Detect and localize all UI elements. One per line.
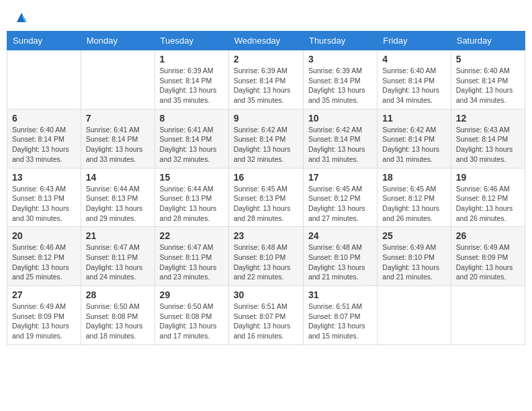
calendar-cell: 6Sunrise: 6:40 AM Sunset: 8:14 PM Daylig… — [7, 109, 81, 168]
calendar-cell — [81, 50, 154, 109]
day-number: 17 — [308, 172, 372, 183]
day-info: Sunrise: 6:49 AM Sunset: 8:10 PM Dayligh… — [382, 242, 445, 282]
day-number: 13 — [12, 172, 76, 183]
day-number: 20 — [12, 230, 76, 241]
day-number: 15 — [160, 172, 224, 183]
day-number: 5 — [456, 54, 520, 64]
day-number: 21 — [86, 230, 150, 241]
calendar-cell: 29Sunrise: 6:50 AM Sunset: 8:08 PM Dayli… — [154, 286, 228, 345]
calendar-cell: 16Sunrise: 6:45 AM Sunset: 8:13 PM Dayli… — [228, 168, 303, 227]
page-header — [7, 7, 525, 26]
calendar-cell: 5Sunrise: 6:40 AM Sunset: 8:14 PM Daylig… — [451, 50, 525, 109]
day-info: Sunrise: 6:50 AM Sunset: 8:08 PM Dayligh… — [160, 302, 224, 341]
calendar-cell: 3Sunrise: 6:39 AM Sunset: 8:14 PM Daylig… — [303, 50, 377, 109]
day-number: 8 — [160, 113, 224, 124]
calendar-cell: 27Sunrise: 6:49 AM Sunset: 8:09 PM Dayli… — [7, 286, 81, 345]
week-row-2: 6Sunrise: 6:40 AM Sunset: 8:14 PM Daylig… — [7, 109, 525, 168]
day-info: Sunrise: 6:39 AM Sunset: 8:14 PM Dayligh… — [160, 66, 224, 105]
day-info: Sunrise: 6:40 AM Sunset: 8:14 PM Dayligh… — [12, 125, 76, 165]
calendar-cell: 31Sunrise: 6:51 AM Sunset: 8:07 PM Dayli… — [303, 286, 377, 345]
calendar-cell: 11Sunrise: 6:42 AM Sunset: 8:14 PM Dayli… — [378, 109, 451, 168]
calendar-cell: 10Sunrise: 6:42 AM Sunset: 8:14 PM Dayli… — [303, 109, 377, 168]
day-header-tuesday: Tuesday — [154, 32, 228, 50]
week-row-3: 13Sunrise: 6:43 AM Sunset: 8:13 PM Dayli… — [7, 168, 525, 227]
logo-icon — [14, 10, 29, 25]
day-info: Sunrise: 6:42 AM Sunset: 8:14 PM Dayligh… — [382, 125, 445, 165]
day-number: 6 — [12, 113, 76, 124]
day-number: 1 — [160, 54, 224, 64]
day-number: 31 — [308, 289, 372, 300]
calendar-cell: 26Sunrise: 6:49 AM Sunset: 8:09 PM Dayli… — [451, 227, 525, 286]
calendar-cell: 22Sunrise: 6:47 AM Sunset: 8:11 PM Dayli… — [154, 227, 228, 286]
week-row-1: 1Sunrise: 6:39 AM Sunset: 8:14 PM Daylig… — [7, 50, 525, 109]
day-info: Sunrise: 6:48 AM Sunset: 8:10 PM Dayligh… — [234, 242, 298, 282]
calendar-cell — [378, 286, 451, 345]
calendar-cell: 23Sunrise: 6:48 AM Sunset: 8:10 PM Dayli… — [228, 227, 303, 286]
day-info: Sunrise: 6:51 AM Sunset: 8:07 PM Dayligh… — [308, 302, 372, 341]
day-header-thursday: Thursday — [303, 32, 377, 50]
day-info: Sunrise: 6:42 AM Sunset: 8:14 PM Dayligh… — [308, 125, 372, 165]
day-info: Sunrise: 6:41 AM Sunset: 8:14 PM Dayligh… — [160, 125, 224, 165]
calendar-cell: 20Sunrise: 6:46 AM Sunset: 8:12 PM Dayli… — [7, 227, 81, 286]
day-info: Sunrise: 6:46 AM Sunset: 8:12 PM Dayligh… — [12, 242, 76, 282]
day-info: Sunrise: 6:49 AM Sunset: 8:09 PM Dayligh… — [456, 242, 520, 282]
day-info: Sunrise: 6:44 AM Sunset: 8:13 PM Dayligh… — [86, 184, 150, 224]
day-info: Sunrise: 6:47 AM Sunset: 8:11 PM Dayligh… — [86, 242, 150, 282]
calendar-cell: 14Sunrise: 6:44 AM Sunset: 8:13 PM Dayli… — [81, 168, 154, 227]
day-number: 10 — [308, 113, 372, 124]
day-header-monday: Monday — [81, 32, 154, 50]
day-info: Sunrise: 6:45 AM Sunset: 8:12 PM Dayligh… — [382, 184, 445, 224]
calendar-cell: 13Sunrise: 6:43 AM Sunset: 8:13 PM Dayli… — [7, 168, 81, 227]
day-number: 23 — [234, 230, 298, 241]
day-number: 28 — [86, 289, 150, 300]
logo — [13, 10, 29, 22]
day-info: Sunrise: 6:45 AM Sunset: 8:12 PM Dayligh… — [308, 184, 372, 224]
calendar-cell: 25Sunrise: 6:49 AM Sunset: 8:10 PM Dayli… — [378, 227, 451, 286]
day-number: 22 — [160, 230, 224, 241]
calendar-cell: 2Sunrise: 6:39 AM Sunset: 8:14 PM Daylig… — [228, 50, 303, 109]
day-number: 7 — [86, 113, 150, 124]
calendar-cell: 15Sunrise: 6:44 AM Sunset: 8:13 PM Dayli… — [154, 168, 228, 227]
day-number: 24 — [308, 230, 372, 241]
day-number: 4 — [382, 54, 445, 64]
day-info: Sunrise: 6:47 AM Sunset: 8:11 PM Dayligh… — [160, 242, 224, 282]
day-number: 9 — [234, 113, 298, 124]
calendar-cell: 30Sunrise: 6:51 AM Sunset: 8:07 PM Dayli… — [228, 286, 303, 345]
week-row-4: 20Sunrise: 6:46 AM Sunset: 8:12 PM Dayli… — [7, 227, 525, 286]
day-number: 11 — [382, 113, 445, 124]
day-number: 26 — [456, 230, 520, 241]
day-number: 12 — [456, 113, 520, 124]
day-info: Sunrise: 6:41 AM Sunset: 8:14 PM Dayligh… — [86, 125, 150, 165]
day-info: Sunrise: 6:43 AM Sunset: 8:13 PM Dayligh… — [12, 184, 76, 224]
calendar-table: SundayMondayTuesdayWednesdayThursdayFrid… — [7, 31, 525, 345]
day-header-saturday: Saturday — [451, 32, 525, 50]
day-info: Sunrise: 6:46 AM Sunset: 8:12 PM Dayligh… — [456, 184, 520, 224]
calendar-cell: 24Sunrise: 6:48 AM Sunset: 8:10 PM Dayli… — [303, 227, 377, 286]
day-info: Sunrise: 6:51 AM Sunset: 8:07 PM Dayligh… — [234, 302, 298, 341]
day-info: Sunrise: 6:42 AM Sunset: 8:14 PM Dayligh… — [234, 125, 298, 165]
day-number: 16 — [234, 172, 298, 183]
calendar-cell: 1Sunrise: 6:39 AM Sunset: 8:14 PM Daylig… — [154, 50, 228, 109]
day-info: Sunrise: 6:50 AM Sunset: 8:08 PM Dayligh… — [86, 302, 150, 341]
day-info: Sunrise: 6:40 AM Sunset: 8:14 PM Dayligh… — [382, 66, 445, 105]
calendar-cell: 18Sunrise: 6:45 AM Sunset: 8:12 PM Dayli… — [378, 168, 451, 227]
day-info: Sunrise: 6:48 AM Sunset: 8:10 PM Dayligh… — [308, 242, 372, 282]
calendar-cell: 12Sunrise: 6:43 AM Sunset: 8:14 PM Dayli… — [451, 109, 525, 168]
day-info: Sunrise: 6:43 AM Sunset: 8:14 PM Dayligh… — [456, 125, 520, 165]
day-number: 29 — [160, 289, 224, 300]
day-info: Sunrise: 6:39 AM Sunset: 8:14 PM Dayligh… — [308, 66, 372, 105]
calendar-cell — [451, 286, 525, 345]
calendar-cell: 7Sunrise: 6:41 AM Sunset: 8:14 PM Daylig… — [81, 109, 154, 168]
day-info: Sunrise: 6:44 AM Sunset: 8:13 PM Dayligh… — [160, 184, 224, 224]
day-info: Sunrise: 6:39 AM Sunset: 8:14 PM Dayligh… — [234, 66, 298, 105]
day-number: 2 — [234, 54, 298, 64]
week-row-5: 27Sunrise: 6:49 AM Sunset: 8:09 PM Dayli… — [7, 286, 525, 345]
calendar-cell: 9Sunrise: 6:42 AM Sunset: 8:14 PM Daylig… — [228, 109, 303, 168]
calendar-header-row: SundayMondayTuesdayWednesdayThursdayFrid… — [7, 32, 525, 50]
calendar-cell: 17Sunrise: 6:45 AM Sunset: 8:12 PM Dayli… — [303, 168, 377, 227]
day-number: 25 — [382, 230, 445, 241]
calendar-cell — [7, 50, 81, 109]
day-number: 18 — [382, 172, 445, 183]
calendar-cell: 28Sunrise: 6:50 AM Sunset: 8:08 PM Dayli… — [81, 286, 154, 345]
day-info: Sunrise: 6:49 AM Sunset: 8:09 PM Dayligh… — [12, 302, 76, 341]
